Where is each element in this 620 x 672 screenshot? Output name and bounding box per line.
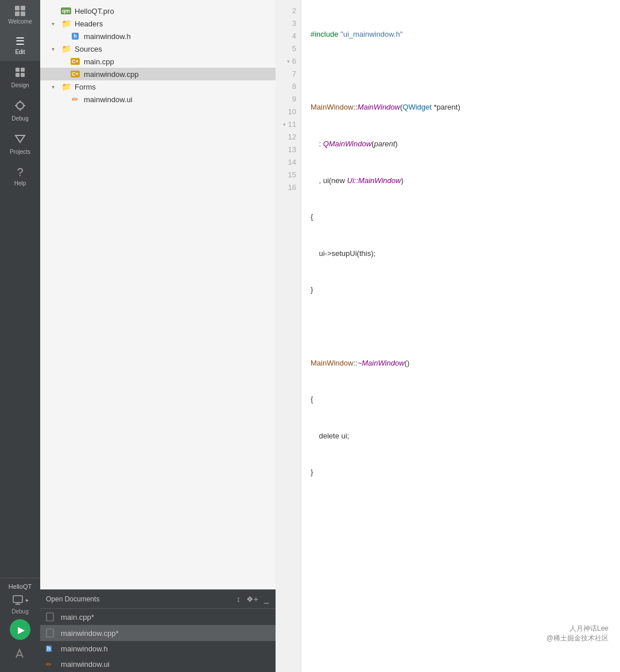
line-2: 2 bbox=[280, 5, 296, 17]
code-line-13: delete ui; bbox=[311, 430, 611, 442]
sources-arrow: ▾ bbox=[52, 46, 61, 52]
code-editor[interactable]: #include "ui_mainwindow.h" MainWindow::M… bbox=[301, 0, 620, 672]
tree-label-sources: Sources bbox=[75, 45, 102, 53]
sidebar-item-welcome[interactable]: Welcome bbox=[0, 0, 40, 30]
tree-item-headers-folder[interactable]: ▾ 📁 Headers bbox=[40, 17, 276, 30]
close-split-button[interactable]: ⎯ bbox=[263, 593, 270, 605]
svg-rect-9 bbox=[13, 596, 22, 603]
forms-folder-icon: 📁 bbox=[61, 82, 71, 91]
line-10: 10 bbox=[280, 106, 296, 118]
cpp-icon-main: C+ bbox=[70, 57, 80, 66]
code-line-12: { bbox=[311, 394, 611, 406]
code-line-16 bbox=[311, 539, 611, 552]
line-7: 7 bbox=[280, 68, 296, 80]
tree-item-hellot-pro[interactable]: qm HelloQT.pro bbox=[40, 5, 276, 17]
sort-button[interactable]: ↕ bbox=[235, 593, 242, 605]
build-button[interactable] bbox=[10, 643, 30, 664]
tree-item-mainwindow-ui[interactable]: ✏ mainwindow.ui bbox=[40, 93, 276, 106]
sidebar-item-debug[interactable]: Debug bbox=[0, 94, 40, 127]
code-line-4: MainWindow::MainWindow(QWidget *parent) bbox=[311, 102, 611, 114]
headers-folder-icon: 📁 bbox=[61, 19, 71, 28]
split-button[interactable]: ❖+ bbox=[245, 593, 259, 605]
sidebar-label-debug: Debug bbox=[11, 115, 28, 122]
run-icon: ▶ bbox=[18, 624, 25, 635]
tree-item-forms-folder[interactable]: ▾ 📁 Forms bbox=[40, 80, 276, 93]
ui-icon: ✏ bbox=[70, 95, 80, 104]
svg-rect-13 bbox=[46, 613, 53, 621]
open-doc-main-cpp[interactable]: main.cpp* bbox=[40, 609, 276, 625]
tree-item-mainwindow-h[interactable]: h mainwindow.h bbox=[40, 30, 276, 42]
tree-item-sources-folder[interactable]: ▾ 📁 Sources bbox=[40, 42, 276, 55]
watermark-line1: 人月神话Lee bbox=[547, 624, 609, 634]
watermark: 人月神话Lee @稀土掘金技术社区 bbox=[547, 624, 609, 643]
editor-area: 2 3 4 5 ▾6 7 8 9 10 ▾11 12 13 14 15 16 #… bbox=[276, 0, 620, 672]
tree-label-hellot-pro: HelloQT.pro bbox=[75, 7, 114, 15]
code-line-8: ui->setupUi(this); bbox=[311, 247, 611, 260]
line-12: 12 bbox=[280, 131, 296, 143]
svg-rect-2 bbox=[16, 73, 20, 77]
sidebar-item-projects[interactable]: Projects bbox=[0, 127, 40, 161]
grid-icon bbox=[15, 6, 25, 16]
sidebar-label-edit: Edit bbox=[15, 49, 25, 55]
run-button[interactable]: ▶ bbox=[10, 619, 30, 640]
doc-label-mainwindow-h: mainwindow.h bbox=[61, 644, 108, 653]
sources-folder-icon: 📁 bbox=[61, 44, 71, 53]
line-6: ▾6 bbox=[280, 55, 296, 68]
tree-item-mainwindow-cpp[interactable]: C+ mainwindow.cpp bbox=[40, 68, 276, 80]
sidebar-item-design[interactable]: Design bbox=[0, 61, 40, 94]
open-doc-mainwindow-h[interactable]: h mainwindow.h bbox=[40, 641, 276, 657]
code-line-7: { bbox=[311, 211, 611, 224]
code-line-9: } bbox=[311, 284, 611, 297]
file-tree: qm HelloQT.pro ▾ 📁 Headers h mainwindow.… bbox=[40, 0, 276, 300]
h-icon: h bbox=[70, 32, 80, 41]
code-line-11: MainWindow::~MainWindow() bbox=[311, 357, 611, 370]
svg-point-4 bbox=[17, 102, 24, 109]
line-11: ▾11 bbox=[280, 118, 296, 131]
code-line-10 bbox=[311, 320, 611, 333]
sidebar-item-help[interactable]: ? Help bbox=[0, 161, 40, 192]
project-label: HelloQT bbox=[5, 583, 36, 590]
doc-label-mainwindow-ui: mainwindow.ui bbox=[61, 660, 110, 669]
line-numbers: 2 3 4 5 ▾6 7 8 9 10 ▾11 12 13 14 15 16 bbox=[276, 0, 301, 672]
tree-label-mainwindow-ui: mainwindow.ui bbox=[84, 95, 133, 104]
debug-icon bbox=[14, 100, 26, 113]
svg-rect-3 bbox=[21, 73, 25, 77]
fold-arrow-6[interactable]: ▾ bbox=[287, 57, 290, 65]
line-15: 15 bbox=[280, 169, 296, 181]
line-16: 16 bbox=[280, 181, 296, 194]
open-docs-actions: ↕ ❖+ ⎯ bbox=[235, 593, 270, 605]
sidebar-item-edit[interactable]: ☰ Edit bbox=[0, 30, 40, 61]
open-doc-mainwindow-cpp[interactable]: mainwindow.cpp* bbox=[40, 625, 276, 641]
code-line-6: , ui(new Ui::MainWindow) bbox=[311, 174, 611, 187]
doc-label-main-cpp: main.cpp* bbox=[61, 613, 94, 621]
line-3: 3 bbox=[280, 17, 296, 30]
sidebar-label-design: Design bbox=[11, 82, 29, 88]
bottom-debug-arrow: ▸ bbox=[26, 597, 29, 603]
svg-rect-14 bbox=[46, 629, 53, 637]
tree-item-main-cpp[interactable]: C+ main.cpp bbox=[40, 55, 276, 68]
tree-label-forms: Forms bbox=[75, 83, 96, 91]
fold-arrow-11[interactable]: ▾ bbox=[283, 121, 286, 129]
code-line-15 bbox=[311, 503, 611, 515]
sidebar-label-welcome: Welcome bbox=[8, 18, 32, 25]
projects-icon bbox=[14, 133, 26, 146]
code-line-3 bbox=[311, 65, 611, 77]
doc-icon-mainwindow-cpp bbox=[46, 628, 56, 638]
cpp-icon-mainwindow: C+ bbox=[70, 69, 80, 79]
doc-label-mainwindow-cpp: mainwindow.cpp* bbox=[61, 629, 118, 638]
design-icon bbox=[14, 67, 26, 80]
code-line-2: #include "ui_mainwindow.h" bbox=[311, 29, 611, 41]
open-docs-title: Open Documents bbox=[46, 595, 235, 603]
headers-arrow: ▾ bbox=[52, 21, 61, 27]
tree-label-headers: Headers bbox=[75, 20, 103, 28]
open-doc-mainwindow-ui[interactable]: ✏ mainwindow.ui bbox=[40, 657, 276, 672]
line-9: 9 bbox=[280, 93, 296, 106]
edit-icon: ☰ bbox=[16, 36, 25, 46]
line-4: 4 bbox=[280, 30, 296, 42]
open-documents-panel: Open Documents ↕ ❖+ ⎯ main.cpp* main bbox=[40, 589, 276, 672]
svg-rect-0 bbox=[16, 68, 20, 72]
help-icon: ? bbox=[17, 166, 23, 178]
file-panel: qm HelloQT.pro ▾ 📁 Headers h mainwindow.… bbox=[40, 0, 276, 672]
doc-icon-mainwindow-h: h bbox=[46, 646, 56, 652]
open-docs-header: Open Documents ↕ ❖+ ⎯ bbox=[40, 590, 276, 609]
